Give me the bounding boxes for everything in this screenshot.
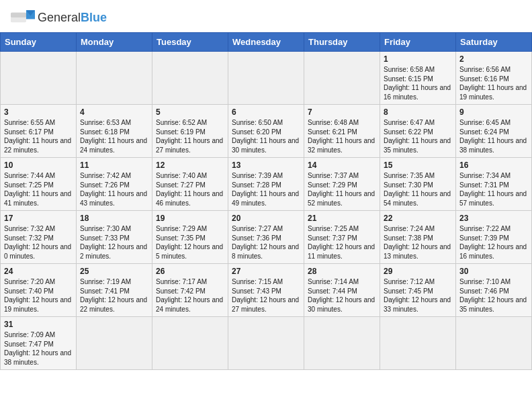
calendar-row: 10Sunrise: 7:44 AMSunset: 7:25 PMDayligh… (1, 158, 532, 211)
header-sunday: Sunday (1, 33, 77, 52)
calendar-cell (304, 317, 380, 370)
calendar-cell (228, 52, 304, 105)
calendar-row: 17Sunrise: 7:32 AMSunset: 7:32 PMDayligh… (1, 211, 532, 264)
calendar-cell: 24Sunrise: 7:20 AMSunset: 7:40 PMDayligh… (1, 264, 77, 317)
logo: GeneralBlue (11, 8, 107, 27)
day-number: 29 (384, 267, 452, 276)
calendar-cell (304, 52, 380, 105)
calendar-cell: 4Sunrise: 6:53 AMSunset: 6:18 PMDaylight… (77, 105, 152, 158)
day-number: 11 (80, 161, 148, 170)
logo-icon (11, 8, 35, 27)
day-info: Sunrise: 7:37 AMSunset: 7:29 PMDaylight:… (308, 171, 376, 208)
calendar-cell: 14Sunrise: 7:37 AMSunset: 7:29 PMDayligh… (304, 158, 380, 211)
calendar-cell: 29Sunrise: 7:12 AMSunset: 7:45 PMDayligh… (380, 264, 456, 317)
day-number: 20 (232, 214, 300, 223)
day-number: 10 (4, 161, 73, 170)
calendar-cell: 9Sunrise: 6:45 AMSunset: 6:24 PMDaylight… (456, 105, 532, 158)
header: GeneralBlue (0, 0, 532, 32)
day-number: 9 (459, 107, 528, 117)
header-monday: Monday (77, 33, 152, 52)
day-info: Sunrise: 6:47 AMSunset: 6:22 PMDaylight:… (384, 118, 452, 154)
day-info: Sunrise: 7:14 AMSunset: 7:44 PMDaylight:… (308, 277, 376, 314)
day-info: Sunrise: 7:22 AMSunset: 7:39 PMDaylight:… (459, 224, 528, 261)
calendar-cell: 26Sunrise: 7:17 AMSunset: 7:42 PMDayligh… (152, 264, 228, 317)
day-info: Sunrise: 7:24 AMSunset: 7:38 PMDaylight:… (384, 224, 452, 261)
day-number: 21 (308, 214, 376, 223)
calendar-cell: 10Sunrise: 7:44 AMSunset: 7:25 PMDayligh… (1, 158, 77, 211)
day-info: Sunrise: 7:15 AMSunset: 7:43 PMDaylight:… (232, 277, 300, 314)
calendar-cell: 3Sunrise: 6:55 AMSunset: 6:17 PMDaylight… (1, 105, 77, 158)
header-thursday: Thursday (304, 33, 380, 52)
day-info: Sunrise: 7:32 AMSunset: 7:32 PMDaylight:… (4, 224, 73, 261)
calendar-cell: 12Sunrise: 7:40 AMSunset: 7:27 PMDayligh… (152, 158, 228, 211)
day-info: Sunrise: 7:20 AMSunset: 7:40 PMDaylight:… (4, 277, 73, 314)
calendar-cell (77, 52, 152, 105)
calendar-cell: 1Sunrise: 6:58 AMSunset: 6:15 PMDaylight… (380, 52, 456, 105)
day-number: 7 (308, 107, 376, 117)
calendar-cell: 18Sunrise: 7:30 AMSunset: 7:33 PMDayligh… (77, 211, 152, 264)
calendar-cell: 20Sunrise: 7:27 AMSunset: 7:36 PMDayligh… (228, 211, 304, 264)
day-info: Sunrise: 7:10 AMSunset: 7:46 PMDaylight:… (459, 277, 528, 314)
day-info: Sunrise: 6:58 AMSunset: 6:15 PMDaylight:… (384, 65, 452, 101)
calendar-table: Sunday Monday Tuesday Wednesday Thursday… (0, 32, 532, 370)
day-number: 27 (232, 267, 300, 276)
day-info: Sunrise: 6:53 AMSunset: 6:18 PMDaylight:… (80, 118, 148, 154)
svg-rect-1 (11, 13, 26, 17)
calendar-cell: 13Sunrise: 7:39 AMSunset: 7:28 PMDayligh… (228, 158, 304, 211)
day-info: Sunrise: 7:29 AMSunset: 7:35 PMDaylight:… (156, 224, 224, 261)
calendar-cell: 23Sunrise: 7:22 AMSunset: 7:39 PMDayligh… (456, 211, 532, 264)
day-info: Sunrise: 6:55 AMSunset: 6:17 PMDaylight:… (4, 118, 73, 154)
day-number: 5 (156, 107, 224, 117)
day-number: 4 (80, 107, 148, 117)
day-number: 1 (384, 54, 452, 64)
day-info: Sunrise: 7:34 AMSunset: 7:31 PMDaylight:… (459, 171, 528, 208)
calendar-cell: 7Sunrise: 6:48 AMSunset: 6:21 PMDaylight… (304, 105, 380, 158)
day-info: Sunrise: 7:40 AMSunset: 7:27 PMDaylight:… (156, 171, 224, 208)
calendar-cell (380, 317, 456, 370)
day-number: 15 (384, 161, 452, 170)
calendar-cell: 2Sunrise: 6:56 AMSunset: 6:16 PMDaylight… (456, 52, 532, 105)
calendar-cell (152, 317, 228, 370)
day-info: Sunrise: 7:42 AMSunset: 7:26 PMDaylight:… (80, 171, 148, 208)
day-number: 2 (459, 54, 528, 64)
day-number: 16 (459, 161, 528, 170)
day-number: 8 (384, 107, 452, 117)
calendar-cell: 17Sunrise: 7:32 AMSunset: 7:32 PMDayligh… (1, 211, 77, 264)
day-info: Sunrise: 7:30 AMSunset: 7:33 PMDaylight:… (80, 224, 148, 261)
calendar-cell: 11Sunrise: 7:42 AMSunset: 7:26 PMDayligh… (77, 158, 152, 211)
day-number: 19 (156, 214, 224, 223)
calendar-page: GeneralBlue Sunday Monday Tuesday Wednes… (0, 0, 532, 370)
day-info: Sunrise: 7:25 AMSunset: 7:37 PMDaylight:… (308, 224, 376, 261)
day-info: Sunrise: 6:45 AMSunset: 6:24 PMDaylight:… (459, 118, 528, 154)
header-friday: Friday (380, 33, 456, 52)
day-info: Sunrise: 6:48 AMSunset: 6:21 PMDaylight:… (308, 118, 376, 154)
day-number: 26 (156, 267, 224, 276)
calendar-cell (77, 317, 152, 370)
day-number: 31 (4, 320, 73, 329)
day-number: 23 (459, 214, 528, 223)
calendar-cell: 30Sunrise: 7:10 AMSunset: 7:46 PMDayligh… (456, 264, 532, 317)
calendar-cell: 28Sunrise: 7:14 AMSunset: 7:44 PMDayligh… (304, 264, 380, 317)
day-info: Sunrise: 7:27 AMSunset: 7:36 PMDaylight:… (232, 224, 300, 261)
day-number: 28 (308, 267, 376, 276)
calendar-cell: 22Sunrise: 7:24 AMSunset: 7:38 PMDayligh… (380, 211, 456, 264)
day-info: Sunrise: 7:44 AMSunset: 7:25 PMDaylight:… (4, 171, 73, 208)
calendar-cell: 6Sunrise: 6:50 AMSunset: 6:20 PMDaylight… (228, 105, 304, 158)
calendar-cell: 25Sunrise: 7:19 AMSunset: 7:41 PMDayligh… (77, 264, 152, 317)
day-number: 24 (4, 267, 73, 276)
calendar-cell: 21Sunrise: 7:25 AMSunset: 7:37 PMDayligh… (304, 211, 380, 264)
calendar-cell: 15Sunrise: 7:35 AMSunset: 7:30 PMDayligh… (380, 158, 456, 211)
calendar-cell (152, 52, 228, 105)
day-info: Sunrise: 7:17 AMSunset: 7:42 PMDaylight:… (156, 277, 224, 314)
day-info: Sunrise: 6:52 AMSunset: 6:19 PMDaylight:… (156, 118, 224, 154)
day-number: 12 (156, 161, 224, 170)
day-info: Sunrise: 7:39 AMSunset: 7:28 PMDaylight:… (232, 171, 300, 208)
header-tuesday: Tuesday (152, 33, 228, 52)
header-wednesday: Wednesday (228, 33, 304, 52)
day-number: 3 (4, 107, 73, 117)
calendar-row: 3Sunrise: 6:55 AMSunset: 6:17 PMDaylight… (1, 105, 532, 158)
day-info: Sunrise: 6:50 AMSunset: 6:20 PMDaylight:… (232, 118, 300, 154)
day-info: Sunrise: 7:19 AMSunset: 7:41 PMDaylight:… (80, 277, 148, 314)
day-info: Sunrise: 7:09 AMSunset: 7:47 PMDaylight:… (4, 330, 73, 367)
weekday-header-row: Sunday Monday Tuesday Wednesday Thursday… (1, 33, 532, 52)
